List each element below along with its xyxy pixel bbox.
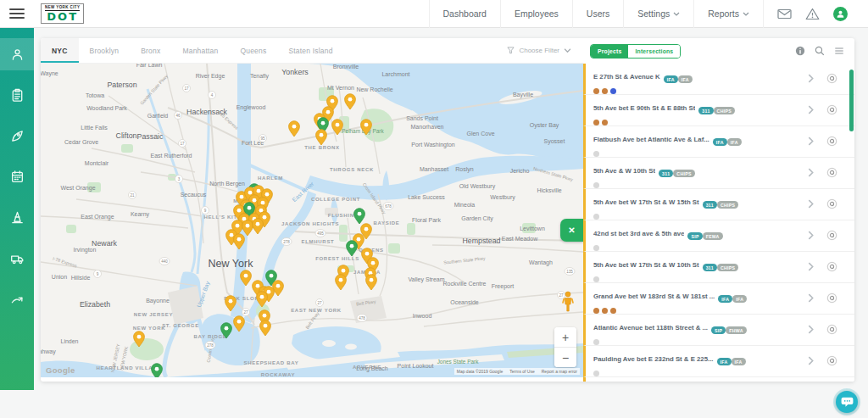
map[interactable]: Fair LawnWayneRiver EdgeTenaflyPatersonT… xyxy=(41,64,583,377)
list-view-icon[interactable] xyxy=(834,46,844,56)
route-shield-number: 3 xyxy=(178,177,181,181)
user-avatar[interactable] xyxy=(833,7,848,21)
badge-sip: SIP xyxy=(711,326,726,334)
map-label: THE BRONX xyxy=(304,145,340,150)
project-row[interactable]: Atlantic Avenue bet 118th Street & ... S… xyxy=(583,315,854,346)
project-row[interactable]: 173rd St bet 109th Ave & 112th Ave 311CH… xyxy=(583,377,854,382)
panel-scrollbar[interactable] xyxy=(849,70,854,131)
terms-link[interactable]: Terms of Use xyxy=(509,369,534,374)
sidebar-item-dispatch[interactable] xyxy=(0,120,34,152)
map-label: Union xyxy=(52,274,67,280)
eye-icon[interactable] xyxy=(826,293,837,304)
search-icon[interactable] xyxy=(815,46,825,56)
map-label: Fair Lawn xyxy=(136,64,163,68)
project-row[interactable]: 5th Ave bet W 17th St & W 15th St 311CHI… xyxy=(583,189,854,220)
map-label: Linden xyxy=(60,338,78,344)
nav-reports[interactable]: Reports xyxy=(693,0,764,28)
nycdot-logo[interactable]: NEW YORK CITY DOT xyxy=(41,3,84,25)
chevron-right-icon[interactable] xyxy=(808,262,814,271)
sidebar-item-calendar[interactable] xyxy=(0,160,34,192)
project-title: Grand Ave bet W 183rd St & W 181st ... xyxy=(593,293,715,300)
sidebar-item-checklist[interactable] xyxy=(0,79,34,111)
badge-ifa: IFA xyxy=(732,295,747,303)
sidebar-item-work-zones[interactable] xyxy=(0,201,34,233)
project-title: 5th Ave bet E 90th St & E 88th St xyxy=(593,104,695,112)
project-row[interactable]: 5th Ave bet W 17th St & W 10th St 311CHI… xyxy=(583,252,854,283)
project-row[interactable]: Grand Ave bet W 183rd St & W 181st ... I… xyxy=(583,283,854,315)
nav-dashboard[interactable]: Dashboard xyxy=(429,0,500,28)
map-tab-brooklyn[interactable]: Brooklyn xyxy=(79,38,131,63)
content-card: NYCBrooklynBronxManhattanQueensStaten Is… xyxy=(41,38,854,382)
badge-fema: FEMA xyxy=(703,232,723,240)
status-dot-gray xyxy=(593,339,599,345)
eye-icon[interactable] xyxy=(826,261,837,272)
project-row[interactable]: E 27th St & Avenue K IFAIFA xyxy=(583,64,854,95)
alert-icon[interactable] xyxy=(805,8,820,20)
eye-icon[interactable] xyxy=(826,230,837,241)
eye-icon[interactable] xyxy=(826,136,837,147)
info-icon[interactable] xyxy=(795,46,805,56)
map-canvas[interactable]: Fair LawnWayneRiver EdgeTenaflyPatersonT… xyxy=(41,64,583,377)
rocket-icon xyxy=(10,129,25,143)
map-tab-manhattan[interactable]: Manhattan xyxy=(171,38,229,63)
zoom-in-button[interactable]: + xyxy=(554,327,576,347)
mail-icon[interactable] xyxy=(777,8,792,20)
route-shield-number: 46 xyxy=(175,114,181,118)
route-shield-number: 27 xyxy=(243,310,248,315)
chevron-right-icon[interactable] xyxy=(808,105,814,114)
pegman-icon[interactable] xyxy=(562,291,574,313)
map-tab-staten-island[interactable]: Staten Island xyxy=(277,38,343,63)
map-label: Long Beach xyxy=(356,365,387,372)
chevron-right-icon[interactable] xyxy=(808,231,814,240)
project-row[interactable]: 5th Ave bet E 90th St & E 88th St 311CHI… xyxy=(583,95,854,126)
nav-employees[interactable]: Employees xyxy=(500,0,572,28)
eye-icon[interactable] xyxy=(826,198,837,209)
sidebar-item-fleet[interactable] xyxy=(0,242,34,274)
projects-panel: ProjectsIntersections xyxy=(583,38,854,382)
sidebar-item-employees[interactable] xyxy=(0,38,34,70)
project-title: Atlantic Avenue bet 118th Street & ... xyxy=(593,324,708,332)
logo-dot-text: DOT xyxy=(45,12,80,22)
chevron-right-icon[interactable] xyxy=(808,137,814,146)
panel-tab-intersections[interactable]: Intersections xyxy=(628,45,680,58)
map-label: Garfield xyxy=(147,113,169,119)
map-label: Jericho xyxy=(510,168,530,174)
nav-settings[interactable]: Settings xyxy=(623,0,693,28)
status-dot-gray xyxy=(593,182,599,188)
project-title: 5th Ave & W 10th St xyxy=(593,167,655,175)
report-error-link[interactable]: Report a map error xyxy=(542,369,577,374)
nav-label: Reports xyxy=(708,8,739,19)
chevron-right-icon[interactable] xyxy=(808,168,814,177)
status-dots xyxy=(593,371,803,376)
chat-button[interactable] xyxy=(836,391,858,413)
zoom-out-button[interactable]: − xyxy=(554,348,576,367)
nav-users[interactable]: Users xyxy=(572,0,623,28)
status-dot-orange xyxy=(602,308,608,314)
eye-icon[interactable] xyxy=(826,73,837,84)
choose-filter[interactable]: Choose Filter xyxy=(495,38,583,63)
panel-tab-projects[interactable]: Projects xyxy=(591,45,628,58)
map-collapse-button[interactable]: ✕ xyxy=(560,219,583,242)
chevron-right-icon[interactable] xyxy=(808,325,814,334)
map-label: Manorhaven xyxy=(411,124,444,130)
chevron-right-icon[interactable] xyxy=(808,356,814,365)
chevron-right-icon[interactable] xyxy=(808,199,814,209)
map-tab-bronx[interactable]: Bronx xyxy=(130,38,171,63)
map-tab-nyc[interactable]: NYC xyxy=(41,38,79,63)
route-shield-number: 135 xyxy=(566,270,573,274)
status-dots xyxy=(593,182,803,188)
project-row[interactable]: Flatbush Ave bet Atlantic Ave & Laf... I… xyxy=(583,126,854,158)
eye-icon[interactable] xyxy=(826,104,837,115)
eye-icon[interactable] xyxy=(826,324,837,335)
eye-icon[interactable] xyxy=(826,167,837,178)
project-title: Paulding Ave bet E 232nd St & E 225... xyxy=(593,355,714,363)
chevron-right-icon[interactable] xyxy=(808,293,814,303)
eye-icon[interactable] xyxy=(826,355,837,366)
map-tab-queens[interactable]: Queens xyxy=(229,38,277,63)
sidebar-item-routes[interactable] xyxy=(0,282,34,315)
chevron-right-icon[interactable] xyxy=(808,74,814,83)
project-row[interactable]: 42nd st bet 3rd ave & 5th ave SIPFEMA xyxy=(583,220,854,252)
project-row[interactable]: Paulding Ave bet E 232nd St & E 225... I… xyxy=(583,346,854,377)
project-row[interactable]: 5th Ave & W 10th St 311CHIPS xyxy=(583,158,854,189)
menu-icon[interactable] xyxy=(0,8,34,19)
